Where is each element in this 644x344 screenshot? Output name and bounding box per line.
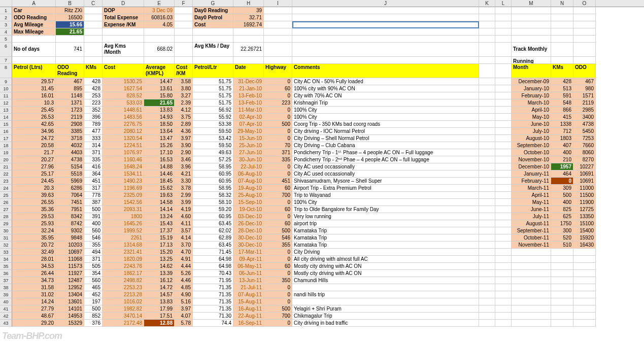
cell[interactable]: 25-Jun-10 (233, 142, 264, 149)
cell[interactable]: 223 (84, 99, 103, 107)
row-num[interactable]: 40 (0, 298, 12, 305)
cell[interactable]: February-10 (512, 92, 551, 99)
row-num[interactable]: 37 (0, 277, 12, 284)
cell[interactable] (573, 7, 596, 14)
cell[interactable]: 371 (84, 149, 103, 156)
cell[interactable] (264, 43, 292, 57)
cell[interactable]: Pondicherry Trip - 2ⁿᵈ Phae – 4 people A… (292, 156, 479, 163)
cell[interactable] (495, 142, 512, 149)
cell[interactable]: 4403 (56, 149, 84, 156)
grid[interactable]: CarRitz ZXiDOP3 Dec 09Day0 Reading39ODO … (12, 7, 596, 327)
cell[interactable]: 20.3 (12, 185, 56, 192)
cell[interactable]: 24.45 (12, 178, 56, 185)
cell[interactable] (479, 213, 495, 220)
cell[interactable]: 560 (84, 277, 103, 284)
cell[interactable]: January-11 (512, 170, 551, 178)
cell[interactable]: 29.20 (12, 320, 56, 327)
cell[interactable]: 400 (551, 199, 573, 206)
cell[interactable]: Petrol/Ltr (193, 64, 233, 78)
cell[interactable] (512, 320, 551, 327)
cell[interactable]: 16430 (573, 242, 596, 249)
cell[interactable] (233, 28, 264, 36)
cell[interactable] (512, 263, 551, 270)
cell[interactable]: 712 (551, 128, 573, 135)
cell[interactable] (479, 185, 495, 192)
cell[interactable]: 354 (84, 270, 103, 277)
cell[interactable]: 60816.03 (144, 14, 175, 21)
cell[interactable]: 500 (264, 121, 292, 128)
cell[interactable]: 355 (84, 242, 103, 249)
cell[interactable]: 13404 (56, 291, 84, 298)
cell[interactable] (495, 284, 512, 291)
row-num[interactable]: 20 (0, 156, 12, 163)
cell[interactable]: 3.78 (175, 185, 193, 192)
cell[interactable] (495, 121, 512, 128)
row-num[interactable]: 43 (0, 320, 12, 327)
col-header-L[interactable]: L (495, 0, 512, 7)
cell[interactable]: October-11 (512, 234, 551, 242)
cell[interactable] (175, 36, 193, 43)
cell[interactable]: 2498.82 (103, 277, 144, 284)
cell[interactable]: 335 (84, 156, 103, 163)
cell[interactable] (292, 36, 479, 43)
cell[interactable]: 428 (84, 78, 103, 85)
row-num[interactable]: 29 (0, 220, 12, 227)
col-header-J[interactable]: J (292, 0, 479, 7)
cell[interactable]: 20.72 (12, 242, 56, 249)
cell[interactable]: 14.46 (144, 170, 175, 178)
cell[interactable] (175, 7, 193, 14)
cell[interactable]: 15.26 (144, 142, 175, 149)
cell[interactable]: 2.39 (175, 99, 193, 107)
cell[interactable] (495, 135, 512, 142)
cell[interactable] (144, 57, 175, 64)
cell[interactable] (103, 36, 144, 43)
cell[interactable]: 4.19 (175, 206, 193, 213)
row-num[interactable]: 4 (0, 28, 12, 36)
cell[interactable]: 30-Dec-10 (233, 242, 264, 249)
cell[interactable]: May-10 (512, 114, 551, 121)
cell[interactable]: Chikmagalur Trip (292, 313, 479, 320)
cell[interactable]: 12487 (56, 277, 84, 284)
cell[interactable] (84, 57, 103, 64)
cell[interactable] (495, 43, 512, 57)
cell[interactable]: 465 (84, 284, 103, 291)
cell[interactable]: 700 (264, 192, 292, 199)
cell[interactable] (479, 277, 495, 284)
cell[interactable]: Expense /KM (103, 21, 144, 28)
cell[interactable] (264, 36, 292, 43)
cell[interactable] (479, 192, 495, 199)
col-header-O[interactable]: O (573, 0, 596, 7)
cell[interactable] (56, 36, 84, 43)
cell[interactable]: Trip to Olde Bangalore for Family Day (292, 206, 479, 213)
cell[interactable]: 4.90 (175, 291, 193, 298)
cell[interactable]: 0 (264, 284, 292, 291)
cell[interactable]: 11-Mar-10 (233, 107, 264, 114)
cell[interactable] (264, 28, 292, 36)
cell[interactable]: 30-Dec-10 (233, 234, 264, 242)
cell[interactable]: 2.90 (175, 149, 193, 156)
cell[interactable] (512, 270, 551, 277)
cell[interactable]: 2243.76 (103, 263, 144, 270)
cell[interactable]: 700 (264, 313, 292, 320)
cell[interactable]: 500 (264, 227, 292, 234)
cell[interactable]: nandi hills trip (292, 291, 479, 298)
cell[interactable]: 825 (551, 206, 573, 213)
cell[interactable] (495, 21, 512, 28)
cell[interactable] (573, 256, 596, 263)
cell[interactable]: Avg Mileage (12, 21, 56, 28)
cell[interactable]: April-10 (512, 107, 551, 114)
cell[interactable] (512, 298, 551, 305)
cell[interactable]: 210 (551, 156, 573, 163)
cell[interactable]: 376 (84, 320, 103, 327)
cell[interactable]: 513 (551, 85, 573, 92)
cell[interactable]: 13.24 (144, 213, 175, 220)
row-num[interactable]: 17 (0, 135, 12, 142)
cell[interactable]: 71.30 (193, 313, 233, 320)
col-header-D[interactable]: D (103, 0, 144, 7)
cell[interactable]: 60.95 (193, 170, 233, 178)
cell[interactable]: 19-Aug-10 (233, 185, 264, 192)
cell[interactable]: 59.20 (193, 206, 233, 213)
cell[interactable]: 10691 (573, 170, 596, 178)
cell[interactable] (479, 320, 495, 327)
cell[interactable]: 51.75 (193, 78, 233, 85)
